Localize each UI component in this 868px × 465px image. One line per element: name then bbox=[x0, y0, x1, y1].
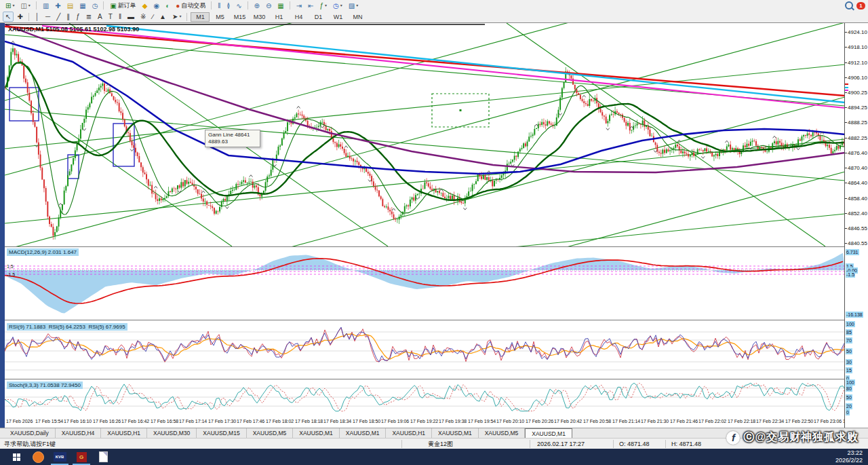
profiles-icon: ◫ bbox=[20, 1, 26, 10]
chart-tab[interactable]: XAUUSD,H1 bbox=[101, 428, 147, 439]
templates-button[interactable]: ▨▾ bbox=[346, 1, 361, 11]
taskbar-clock[interactable]: 23:222026/2/22 bbox=[835, 449, 868, 465]
trend-line-tool-button[interactable]: ╱ bbox=[54, 12, 63, 22]
mql-market-button[interactable]: ◐ bbox=[163, 1, 172, 11]
pane-separator[interactable] bbox=[5, 379, 868, 379]
timeframe-d1-button[interactable]: D1 bbox=[309, 12, 328, 22]
data-window-icon: ✚ bbox=[55, 1, 60, 10]
strategy-tester-button[interactable]: ◷ bbox=[90, 1, 101, 11]
pattern-tool-button[interactable]: ※ bbox=[138, 12, 149, 22]
timeframe-m30-button[interactable]: M30 bbox=[250, 12, 269, 22]
arrows-more-tool-button[interactable]: ➤▾ bbox=[170, 12, 184, 22]
chart-tab-active[interactable]: XAUUSD,M1 bbox=[525, 428, 572, 439]
indicator-value-chip: 0 bbox=[846, 409, 850, 415]
taskbar-start[interactable] bbox=[5, 449, 27, 465]
tooltip-line2: 4889.63 bbox=[208, 138, 257, 145]
navigator-button[interactable]: ▤ bbox=[64, 1, 76, 11]
tile-windows-button[interactable]: ▦ bbox=[275, 1, 286, 11]
indicator-value-chip: 50 bbox=[846, 394, 852, 401]
status-help: 寻求帮助,请按F1键 bbox=[0, 440, 401, 449]
axis-line-mark bbox=[845, 90, 848, 91]
timeframe-h1-button[interactable]: H1 bbox=[269, 12, 288, 22]
time-tick: 17 Feb 18:34 bbox=[323, 419, 351, 424]
bar-chart-mode-button[interactable]: ‖ bbox=[215, 1, 223, 11]
browser-icon bbox=[33, 451, 44, 463]
status-profile[interactable]: 黄金12图 bbox=[401, 440, 530, 448]
zoom-out-button[interactable]: ⊖ bbox=[263, 1, 274, 11]
taskbar-browser[interactable] bbox=[27, 449, 49, 465]
macd-pane-canvas[interactable] bbox=[5, 246, 845, 320]
chart-tab[interactable]: XAUUSD,M1 bbox=[432, 428, 479, 439]
pane-separator[interactable] bbox=[5, 246, 868, 247]
fibonacci-tool-button[interactable]: ƒ bbox=[73, 12, 83, 22]
text-tool-button[interactable]: A bbox=[95, 12, 105, 22]
rsi-pane-canvas[interactable] bbox=[5, 320, 845, 379]
line-chart-mode-button[interactable]: ∿ bbox=[233, 1, 244, 11]
time-tick: 17 Feb 21:46 bbox=[670, 419, 698, 424]
cycle-lines-tool-button[interactable]: ‖ bbox=[116, 12, 124, 22]
data-window-button[interactable]: ✚ bbox=[52, 1, 63, 11]
indicators-button[interactable]: ƒ▾ bbox=[317, 1, 330, 11]
chart-shift-icon: ⇤ bbox=[308, 1, 313, 10]
search-icon[interactable] bbox=[845, 1, 853, 10]
triangle-tool-button[interactable]: ▲ bbox=[157, 12, 169, 22]
horizontal-line-tool-button[interactable]: ─ bbox=[43, 12, 53, 22]
chart-tab[interactable]: XAUUSD,M1 bbox=[340, 428, 387, 439]
community-button[interactable]: ◉ bbox=[151, 1, 163, 11]
taskbar-notepad[interactable] bbox=[92, 449, 114, 465]
arrow-line-tool-button[interactable]: ∕ bbox=[149, 12, 156, 22]
chart-shift-button[interactable]: ⇤ bbox=[305, 1, 316, 11]
price-tick: 4864.40 bbox=[848, 181, 867, 186]
chevron-down-icon: ▾ bbox=[28, 1, 31, 10]
candle-chart-mode-button[interactable]: ≬ bbox=[224, 1, 233, 11]
pane-separator[interactable] bbox=[5, 320, 868, 320]
new-chart-button[interactable]: ⊞▾ bbox=[3, 1, 17, 11]
chart-tab[interactable]: XAUUSD,M5 bbox=[479, 428, 526, 439]
price-pane-canvas[interactable] bbox=[5, 23, 845, 246]
timeframe-h4-button[interactable]: H4 bbox=[289, 12, 308, 22]
timeframe-m1-button[interactable]: M1 bbox=[191, 12, 210, 22]
market-watch-button[interactable]: ▥ bbox=[40, 1, 52, 11]
time-tick: 17 Feb 17:46 bbox=[237, 419, 264, 424]
equidistant-channel-tool-button[interactable]: ∥ bbox=[64, 12, 73, 22]
auto-scroll-button[interactable]: ⇥ bbox=[294, 1, 304, 11]
chart-tab[interactable]: XAUUSD,M5 bbox=[247, 428, 294, 439]
timeframe-w1-button[interactable]: W1 bbox=[328, 12, 347, 22]
zoom-in-button[interactable]: ⊕ bbox=[252, 1, 262, 11]
profiles-button[interactable]: ◫▾ bbox=[18, 1, 33, 11]
chart-tab[interactable]: XAUUSD,M30 bbox=[147, 428, 197, 439]
time-axis[interactable]: 17 Feb 202617 Feb 15:5417 Feb 16:1017 Fe… bbox=[5, 415, 845, 428]
chart-tab[interactable]: XAUUSD,M1 bbox=[293, 428, 340, 439]
stoch-pane-canvas[interactable] bbox=[5, 379, 845, 415]
watermark-text: ⓒ@交易财神独孤求败 bbox=[743, 430, 859, 445]
crosshair-tool-button[interactable]: ✚ bbox=[14, 12, 25, 22]
rectangle-tool-button[interactable]: ▬ bbox=[125, 12, 137, 22]
new-order-button[interactable]: ▣新订单 bbox=[107, 1, 138, 11]
taskbar-gold-app[interactable]: G bbox=[71, 449, 92, 465]
terminal-button[interactable]: ▦ bbox=[77, 1, 88, 11]
timeframe-m5-button[interactable]: M5 bbox=[210, 12, 229, 22]
gann-tools-tool-button[interactable]: ≣ bbox=[83, 12, 94, 22]
text-label-tool-button[interactable]: T bbox=[106, 12, 115, 22]
chart-tab[interactable]: XAUUSD,H4 bbox=[56, 428, 102, 439]
price-axis[interactable]: 4924.104918.104912.104906.104900.254894.… bbox=[844, 23, 868, 428]
chart-tab[interactable]: XAUUSD,Daily bbox=[4, 428, 56, 439]
auto-trading-button[interactable]: ●自动交易 bbox=[173, 1, 208, 11]
toolbar-separator bbox=[28, 13, 29, 21]
sound-alert-button[interactable]: ◆ bbox=[140, 1, 151, 11]
chart-tab[interactable]: XAUUSD,H1 bbox=[386, 428, 432, 439]
taskbar-kvb[interactable]: KVB bbox=[49, 449, 71, 465]
price-tick: 4876.40 bbox=[848, 151, 867, 156]
timeframe-m15-button[interactable]: M15 bbox=[230, 12, 249, 22]
notification-badge[interactable]: 1 bbox=[856, 2, 865, 10]
arrows-more-icon: ➤ bbox=[172, 12, 178, 21]
periods-button[interactable]: ◷▾ bbox=[330, 1, 345, 11]
cursor-tool-button[interactable]: ↖ bbox=[3, 12, 14, 22]
chart-tab[interactable]: XAUUSD,M15 bbox=[197, 428, 246, 439]
fibonacci-icon: ƒ bbox=[76, 12, 80, 21]
gold-app-icon: G bbox=[77, 452, 87, 462]
vertical-line-tool-button[interactable]: │ bbox=[33, 12, 42, 22]
timeframe-mn-button[interactable]: MN bbox=[348, 12, 367, 22]
taskbar: KVBG23:222026/2/22 bbox=[0, 449, 868, 465]
line-chart-mode-icon: ∿ bbox=[236, 1, 241, 10]
